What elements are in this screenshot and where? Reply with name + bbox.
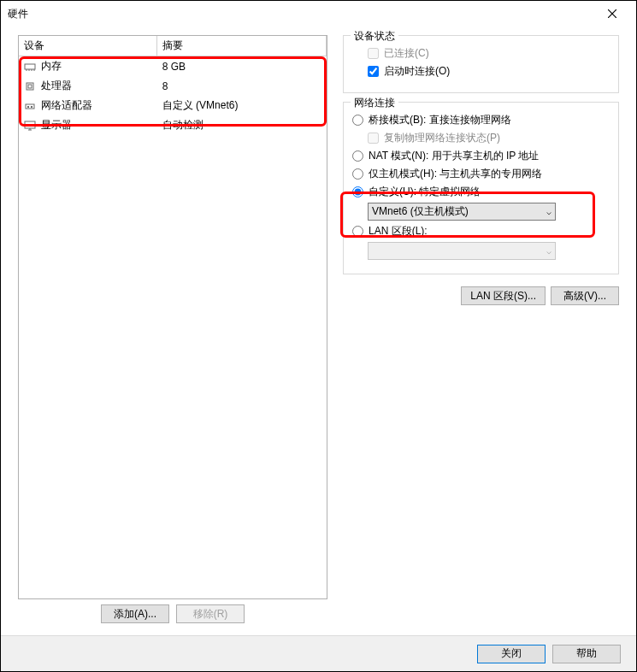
custom-radio[interactable] — [352, 186, 363, 197]
table-row[interactable]: 网络适配器自定义 (VMnet6) — [19, 96, 327, 115]
device-list[interactable]: 设备 摘要 内存8 GB处理器8网络适配器自定义 (VMnet6)显示器自动检测 — [18, 35, 327, 599]
device-status-title: 设备状态 — [351, 29, 398, 44]
add-button[interactable]: 添加(A)... — [101, 604, 169, 623]
connect-on-start-label: 启动时连接(O) — [384, 64, 450, 79]
device-summary-cell: 自定义 (VMnet6) — [157, 96, 327, 115]
lan-segments-button[interactable]: LAN 区段(S)... — [461, 286, 546, 305]
lan-label: LAN 区段(L): — [369, 224, 428, 239]
title-bar: 硬件 — [1, 1, 636, 27]
device-summary-cell: 8 — [157, 76, 327, 96]
nat-label: NAT 模式(N): 用于共享主机的 IP 地址 — [369, 149, 539, 163]
table-row[interactable]: 处理器8 — [19, 76, 327, 96]
memory-icon — [24, 62, 36, 72]
help-button[interactable]: 帮助 — [552, 645, 621, 663]
connected-label: 已连接(C) — [384, 46, 429, 61]
device-name-cell: 显示器 — [36, 115, 157, 135]
cpu-icon — [24, 81, 36, 91]
connected-checkbox — [368, 48, 379, 59]
svg-rect-7 — [27, 83, 33, 90]
hostonly-label: 仅主机模式(H): 与主机共享的专用网络 — [369, 167, 542, 181]
window-title: 硬件 — [8, 7, 595, 21]
svg-rect-11 — [31, 106, 32, 108]
network-icon — [24, 101, 36, 111]
table-row[interactable]: 内存8 GB — [19, 56, 327, 77]
display-icon — [24, 121, 36, 131]
chevron-down-icon: ⌵ — [546, 207, 551, 216]
bridge-label: 桥接模式(B): 直接连接物理网络 — [369, 113, 511, 127]
network-connection-title: 网络连接 — [351, 96, 398, 110]
custom-network-select[interactable]: VMnet6 (仅主机模式) ⌵ — [368, 203, 556, 221]
svg-rect-2 — [25, 64, 35, 69]
svg-rect-10 — [27, 106, 29, 108]
col-summary[interactable]: 摘要 — [157, 36, 327, 56]
network-connection-group: 网络连接 桥接模式(B): 直接连接物理网络 复制物理网络连接状态(P) NAT… — [343, 102, 619, 274]
lan-radio[interactable] — [352, 226, 363, 237]
device-summary-cell: 自动检测 — [157, 115, 327, 135]
replicate-checkbox — [368, 133, 379, 144]
nat-radio[interactable] — [352, 150, 363, 162]
device-summary-cell: 8 GB — [157, 56, 327, 77]
device-name-cell: 网络适配器 — [36, 96, 157, 115]
connect-on-start-checkbox[interactable] — [368, 66, 379, 77]
replicate-label: 复制物理网络连接状态(P) — [384, 131, 500, 145]
svg-rect-9 — [26, 104, 34, 109]
close-button[interactable]: 关闭 — [477, 645, 546, 663]
advanced-button[interactable]: 高级(V)... — [551, 286, 619, 305]
device-name-cell: 内存 — [36, 56, 157, 77]
chevron-down-icon: ⌵ — [546, 246, 551, 256]
custom-label: 自定义(U): 特定虚拟网络 — [369, 185, 481, 199]
custom-network-value: VMnet6 (仅主机模式) — [372, 204, 469, 219]
dialog-footer: 关闭 帮助 — [1, 635, 636, 671]
window-close-button[interactable] — [595, 2, 629, 26]
table-row[interactable]: 显示器自动检测 — [19, 115, 327, 135]
remove-button: 移除(R) — [176, 604, 245, 623]
svg-rect-12 — [25, 121, 35, 128]
bridge-radio[interactable] — [352, 115, 363, 126]
device-name-cell: 处理器 — [36, 76, 157, 96]
hostonly-radio[interactable] — [352, 168, 363, 180]
svg-rect-8 — [28, 85, 32, 88]
lan-segment-select: ⌵ — [368, 242, 556, 260]
col-device[interactable]: 设备 — [19, 36, 157, 56]
device-status-group: 设备状态 已连接(C) 启动时连接(O) — [343, 35, 619, 93]
